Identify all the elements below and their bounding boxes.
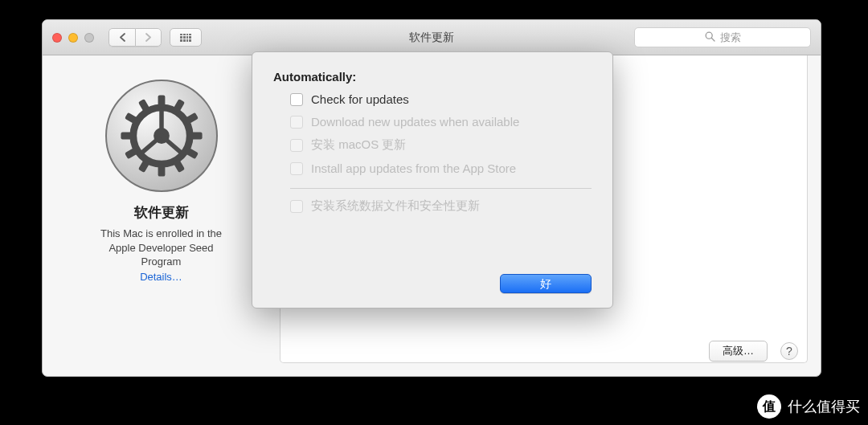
help-button[interactable]: ? (780, 342, 798, 360)
install-app-label: Install app updates from the App Store (311, 161, 516, 175)
close-window-button[interactable] (52, 33, 62, 43)
download-updates-label: Download new updates when available (311, 115, 519, 129)
advanced-options-sheet: Automatically: Check for updates Downloa… (252, 51, 613, 309)
zoom-window-button[interactable] (84, 33, 94, 43)
svg-rect-12 (121, 133, 133, 140)
checkbox-row-install-macos: 安装 macOS 更新 (273, 137, 592, 153)
grid-icon (180, 34, 191, 42)
checkbox-row-install-system: 安装系统数据文件和安全性更新 (273, 198, 592, 214)
svg-line-1 (711, 38, 714, 41)
advanced-button[interactable]: 高级… (709, 341, 768, 362)
svg-line-18 (162, 136, 180, 152)
watermark: 值 什么值得买 (757, 394, 860, 419)
divider (290, 188, 592, 189)
enrollment-text: This Mac is enrolled in the Apple Develo… (43, 227, 280, 269)
minimize-window-button[interactable] (68, 33, 78, 43)
chevron-right-icon (145, 33, 152, 42)
window-controls (43, 33, 94, 43)
install-macos-checkbox[interactable] (290, 139, 303, 152)
watermark-badge: 值 (757, 394, 781, 419)
checkbox-row-download: Download new updates when available (273, 115, 592, 129)
check-updates-label: Check for updates (311, 92, 409, 106)
footer-buttons: 高级… ? (709, 341, 798, 362)
software-update-gear-icon (105, 80, 218, 192)
install-system-label: 安装系统数据文件和安全性更新 (311, 198, 480, 214)
sidebar: 软件更新 This Mac is enrolled in the Apple D… (43, 80, 280, 283)
svg-rect-6 (190, 133, 202, 140)
install-app-checkbox[interactable] (290, 162, 303, 175)
chevron-left-icon (119, 33, 126, 42)
back-button[interactable] (108, 28, 135, 47)
show-all-button[interactable] (170, 28, 202, 47)
check-updates-checkbox[interactable] (290, 93, 303, 106)
ok-button[interactable]: 好 (500, 274, 592, 293)
titlebar: 软件更新 搜索 (43, 20, 821, 55)
svg-rect-3 (158, 95, 165, 107)
nav-group (108, 28, 162, 47)
checkbox-row-install-app: Install app updates from the App Store (273, 161, 592, 175)
search-icon (705, 31, 715, 44)
svg-line-17 (142, 136, 161, 152)
details-link[interactable]: Details… (140, 271, 182, 283)
watermark-text: 什么值得买 (788, 397, 860, 416)
search-placeholder: 搜索 (720, 31, 741, 45)
install-macos-label: 安装 macOS 更新 (311, 137, 406, 153)
pane-title: 软件更新 (43, 203, 280, 222)
svg-rect-9 (158, 164, 165, 176)
automatically-label: Automatically: (273, 70, 592, 84)
forward-button[interactable] (135, 28, 162, 47)
search-input[interactable]: 搜索 (634, 27, 811, 47)
checkbox-row-check-updates: Check for updates (273, 92, 592, 106)
install-system-checkbox[interactable] (290, 200, 303, 213)
download-updates-checkbox[interactable] (290, 116, 303, 129)
